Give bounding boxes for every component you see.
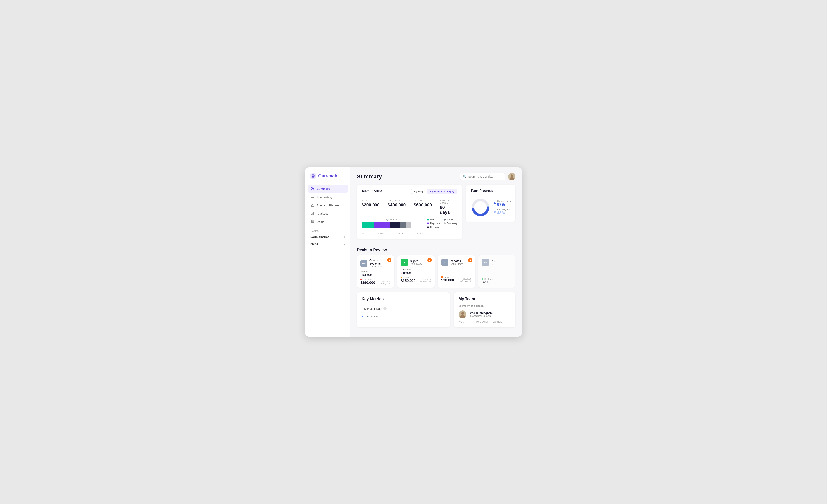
- deal-amount-rp: $20,0...: [482, 280, 494, 284]
- deal-status-sigstr: Stalled: [401, 276, 416, 279]
- metric-revenue-label: Revenue to Date i: [361, 307, 387, 311]
- legend-dot-discovery: [444, 223, 446, 224]
- bar-negotiate: [374, 222, 390, 228]
- logo-icon: [310, 173, 316, 179]
- team-col-quota: TO QUOTA: [476, 321, 493, 323]
- deal-amount-sigstr: $150,000: [401, 279, 416, 283]
- svg-point-1: [312, 175, 314, 176]
- sidebar-item-scenario-planner[interactable]: Scenario Planner: [307, 201, 348, 209]
- status-dot-zenotek: [441, 276, 443, 278]
- quarter-dot: [361, 316, 363, 317]
- team-pipeline-card: Team Pipeline By Stage By Forecast Categ…: [357, 185, 462, 239]
- deal-arrow-sigstr: ↓: [401, 272, 402, 274]
- team-progress-card: Team Progress Current: [466, 185, 516, 222]
- search-bar[interactable]: 🔍: [460, 173, 505, 180]
- annual-quota-label: Annual Quota: [497, 208, 510, 211]
- deals-section: Deals to Review 6 OS Ontario Systems Mar…: [357, 248, 516, 288]
- legend-analysis: Analysis: [444, 218, 457, 221]
- sidebar-item-forecasting[interactable]: Forecasting: [307, 193, 348, 201]
- current-quota-pct: 67%: [497, 202, 511, 207]
- pipeline-chart-area: Quota $600k: [361, 218, 423, 235]
- stat-won-label: WON: [361, 199, 380, 202]
- svg-rect-7: [311, 214, 311, 215]
- annual-quota-info: Annual Quota 48%: [497, 208, 510, 215]
- key-metrics-card: Key Metrics Revenue to Date i ··· This Q…: [357, 292, 450, 327]
- forecasting-icon: [310, 195, 314, 199]
- search-input[interactable]: [468, 175, 502, 178]
- deal-amount-zenotek: $30,000: [441, 278, 454, 282]
- pipeline-chart-content: Quota $600k: [361, 218, 457, 235]
- user-avatar[interactable]: [508, 173, 516, 180]
- deal-avatar-rp: RP: [482, 259, 489, 266]
- bar-axis: $0 $250k $500k $750k: [361, 232, 423, 235]
- deal-bottom-left-zenotek: Pushed $30,000: [441, 276, 454, 282]
- metric-dots[interactable]: ···: [442, 307, 445, 311]
- annual-quota-dot: [494, 211, 496, 213]
- bar-discovery: [406, 222, 411, 228]
- legend-negotiate: Negotiate: [427, 222, 441, 225]
- key-metrics-title: Key Metrics: [361, 297, 445, 301]
- current-quota-label: Current Quota: [497, 200, 511, 202]
- status-label-zenotek: Pushed: [444, 276, 451, 278]
- member-avatar: [458, 311, 467, 318]
- sidebar-item-analytics-label: Analytics: [317, 212, 329, 215]
- main-content: Summary 🔍 Team Pip: [350, 167, 522, 337]
- donut-current-quota: Current Quota 67%: [494, 200, 511, 207]
- member-name: Brad Cunningham: [469, 312, 493, 315]
- stat-end-label: END OF CYCLE: [440, 199, 453, 204]
- stat-won: WON $200,000: [361, 199, 384, 215]
- deal-info-sigstr: Sigstr Doug Stacy: [410, 260, 422, 265]
- svg-rect-12: [311, 222, 312, 223]
- deal-change-val-ontario: ↑ $20,000: [360, 273, 391, 276]
- legend-dot-analysis: [444, 219, 446, 221]
- toggle-by-forecast[interactable]: By Forecast Category: [427, 189, 457, 194]
- sidebar-item-scenario-planner-label: Scenario Planner: [317, 204, 339, 207]
- status-label-ontario: Off Track: [363, 278, 372, 281]
- sidebar-item-analytics[interactable]: Analytics: [307, 210, 348, 217]
- sidebar-item-summary[interactable]: Summary: [307, 185, 348, 192]
- sidebar-item-forecasting-label: Forecasting: [317, 195, 332, 199]
- svg-point-16: [509, 177, 514, 180]
- deal-status-ontario: Off Track: [360, 278, 375, 281]
- team-col-active: ACTIVE: [493, 321, 511, 323]
- sidebar-item-deals-label: Deals: [317, 220, 324, 223]
- legend-propose: Propose: [427, 226, 441, 229]
- team-cols: WON TO QUOTA ACTIVE: [458, 321, 511, 323]
- legend-dot-negotiate: [427, 223, 429, 224]
- svg-rect-5: [311, 197, 314, 198]
- svg-rect-4: [311, 197, 314, 197]
- search-icon: 🔍: [463, 175, 467, 178]
- deals-icon: [310, 220, 314, 224]
- sidebar: Outreach Summary For: [305, 167, 350, 337]
- member-title: Sr. Account Executive: [469, 315, 493, 317]
- team-north-america[interactable]: North America ▾: [305, 233, 350, 240]
- svg-point-3: [312, 188, 313, 189]
- svg-marker-6: [311, 204, 314, 207]
- deal-card-rp: RP R... E... On Track $: [478, 255, 516, 288]
- sidebar-item-deals[interactable]: Deals: [307, 218, 348, 226]
- annual-quota-pct: 48%: [497, 211, 510, 215]
- deal-footer-sigstr: Stalled $150,000 08/29/19 48 days left: [401, 276, 431, 283]
- toggle-by-stage[interactable]: By Stage: [411, 189, 427, 194]
- this-quarter: This Quarter: [361, 315, 445, 318]
- team-progress-title: Team Progress: [471, 189, 493, 192]
- stat-active-value: $600,000: [414, 203, 432, 208]
- bar-analysis: [400, 222, 406, 228]
- deal-change-label-sigstr: Decrease: [401, 268, 431, 271]
- deal-bottom-left-ontario: Off Track $290,000: [360, 278, 375, 285]
- deal-header-rp: RP R... E...: [482, 259, 512, 266]
- deal-header-sigstr: S Sigstr Doug Stacy: [401, 259, 431, 266]
- deal-footer-rp: On Track $20,0...: [482, 278, 512, 284]
- info-icon[interactable]: i: [383, 307, 387, 311]
- svg-rect-8: [312, 213, 313, 215]
- stat-quota-value: $400,000: [388, 203, 406, 208]
- sidebar-item-summary-label: Summary: [317, 187, 330, 190]
- pipeline-title: Team Pipeline: [361, 189, 382, 193]
- page-title: Summary: [357, 173, 382, 180]
- legend-label-negotiate: Negotiate: [430, 222, 440, 225]
- team-emea[interactable]: EMEA ▾: [305, 240, 350, 248]
- stat-end-cycle: END OF CYCLE 60 days: [440, 199, 457, 215]
- legend-won: Won: [427, 218, 441, 221]
- deal-footer-ontario: Off Track $290,000 08/29/19 48 days left: [360, 278, 391, 285]
- deal-change-label-zenotek: [441, 268, 472, 275]
